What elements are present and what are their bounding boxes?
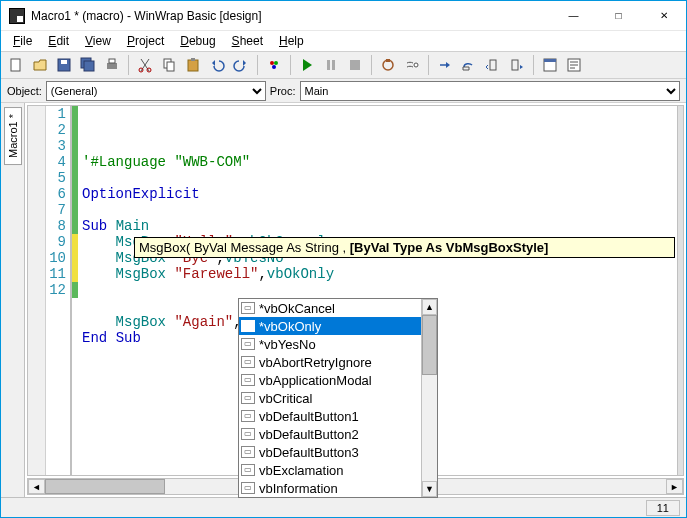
intellisense-list[interactable]: ▭*vbOkCancel▭*vbOkOnly▭*vbYesNo▭vbAbortR… [239,299,421,497]
signature-tooltip: MsgBox( ByVal Message As String , [ByVal… [134,237,675,258]
save-all-icon[interactable] [77,54,99,76]
svg-point-14 [274,61,278,65]
print-icon[interactable] [101,54,123,76]
svg-point-13 [270,61,274,65]
intellisense-item[interactable]: ▭*vbYesNo [239,335,421,353]
new-icon[interactable] [5,54,27,76]
marker-margin [28,106,46,475]
run-to-icon[interactable] [506,54,528,76]
undo-icon[interactable] [206,54,228,76]
tab-strip: Macro1 * [1,103,25,497]
step-over-icon[interactable] [458,54,480,76]
intellisense-label: *vbOkCancel [259,301,335,316]
run-icon[interactable] [296,54,318,76]
svg-rect-6 [109,59,115,63]
intellisense-item[interactable]: ▭vbApplicationModal [239,371,421,389]
svg-rect-2 [61,60,67,64]
object-browser-icon[interactable] [539,54,561,76]
intellisense-item[interactable]: ▭*vbOkOnly [239,317,421,335]
intellisense-popup[interactable]: ▭*vbOkCancel▭*vbOkOnly▭*vbYesNo▭vbAbortR… [238,298,438,498]
statusbar: 11 [1,497,686,517]
svg-rect-17 [332,60,335,70]
constant-icon: ▭ [241,464,255,476]
menu-file[interactable]: File [7,33,38,49]
intellisense-item[interactable]: ▭vbDefaultButton1 [239,407,421,425]
svg-rect-4 [84,61,94,71]
proc-select[interactable]: Main [300,81,680,101]
object-select[interactable]: (General) [46,81,266,101]
menubar: File Edit View Project Debug Sheet Help [1,31,686,51]
paste-icon[interactable] [182,54,204,76]
constant-icon: ▭ [241,302,255,314]
menu-view[interactable]: View [79,33,117,49]
intellisense-scrollbar[interactable]: ▲ ▼ [421,299,437,497]
constant-icon: ▭ [241,410,255,422]
redo-icon[interactable] [230,54,252,76]
intellisense-item[interactable]: ▭*vbOkCancel [239,299,421,317]
svg-point-15 [272,65,276,69]
svg-rect-16 [327,60,330,70]
line-number-gutter: 123456789101112 [46,106,72,475]
scroll-thumb[interactable] [45,479,165,494]
proc-label: Proc: [270,85,296,97]
stop-icon[interactable] [344,54,366,76]
titlebar: Macro1 * (macro) - WinWrap Basic [design… [1,1,686,31]
menu-debug[interactable]: Debug [174,33,221,49]
references-icon[interactable] [563,54,585,76]
open-icon[interactable] [29,54,51,76]
constant-icon: ▭ [241,482,255,494]
intellisense-item[interactable]: ▭vbInformation [239,479,421,497]
intellisense-label: vbDefaultButton3 [259,445,359,460]
scroll-left-icon[interactable]: ◄ [28,479,45,494]
constant-icon: ▭ [241,392,255,404]
intellisense-item[interactable]: ▭vbExclamation [239,461,421,479]
scroll-thumb[interactable] [422,315,437,375]
menu-edit[interactable]: Edit [42,33,75,49]
step-out-icon[interactable] [482,54,504,76]
svg-rect-22 [490,60,496,70]
svg-rect-12 [191,58,195,61]
combo-bar: Object: (General) Proc: Main [1,79,686,103]
constant-icon: ▭ [241,446,255,458]
save-icon[interactable] [53,54,75,76]
svg-point-7 [139,68,143,72]
svg-rect-18 [350,60,360,70]
svg-rect-0 [11,59,20,71]
constant-icon: ▭ [241,374,255,386]
intellisense-label: vbAbortRetryIgnore [259,355,372,370]
svg-rect-5 [107,63,117,69]
scroll-up-icon[interactable]: ▲ [422,299,437,315]
constant-icon: ▭ [241,428,255,440]
pause-icon[interactable] [320,54,342,76]
tab-macro1[interactable]: Macro1 * [4,107,22,165]
svg-rect-11 [188,60,198,71]
maximize-button[interactable]: □ [596,1,641,30]
intellisense-label: vbInformation [259,481,338,496]
copy-icon[interactable] [158,54,180,76]
intellisense-label: vbDefaultButton1 [259,409,359,424]
menu-sheet[interactable]: Sheet [226,33,269,49]
scroll-down-icon[interactable]: ▼ [422,481,437,497]
toolbar [1,51,686,79]
breakpoint-icon[interactable] [377,54,399,76]
intellisense-item[interactable]: ▭vbDefaultButton2 [239,425,421,443]
intellisense-item[interactable]: ▭vbAbortRetryIgnore [239,353,421,371]
cut-icon[interactable] [134,54,156,76]
svg-rect-23 [512,60,518,70]
watch-icon[interactable] [401,54,423,76]
app-icon [9,8,25,24]
svg-point-21 [414,63,418,67]
status-col: 11 [646,500,680,516]
macro-icon[interactable] [263,54,285,76]
intellisense-label: vbExclamation [259,463,344,478]
intellisense-item[interactable]: ▭vbDefaultButton3 [239,443,421,461]
menu-help[interactable]: Help [273,33,310,49]
scroll-right-icon[interactable]: ► [666,479,683,494]
vertical-scrollbar[interactable] [677,106,683,475]
intellisense-label: vbCritical [259,391,312,406]
intellisense-item[interactable]: ▭vbCritical [239,389,421,407]
menu-project[interactable]: Project [121,33,170,49]
step-into-icon[interactable] [434,54,456,76]
minimize-button[interactable]: — [551,1,596,30]
close-button[interactable]: ✕ [641,1,686,30]
